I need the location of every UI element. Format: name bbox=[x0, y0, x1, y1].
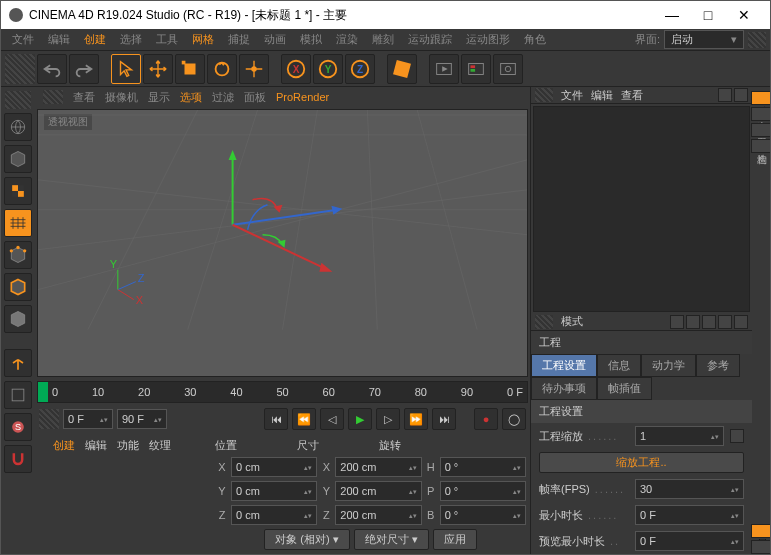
attr-back[interactable] bbox=[670, 315, 684, 329]
attr-mode[interactable]: 模式 bbox=[561, 314, 583, 329]
attr-new[interactable] bbox=[734, 315, 748, 329]
scale-unit[interactable] bbox=[730, 429, 744, 443]
goto-start-button[interactable]: ⏮ bbox=[264, 408, 288, 430]
obj-menu-edit[interactable]: 编辑 bbox=[591, 88, 613, 103]
menu-snap[interactable]: 捕捉 bbox=[221, 32, 257, 47]
tab-ref[interactable]: 参考 bbox=[696, 354, 740, 377]
editable-button[interactable] bbox=[4, 113, 32, 141]
viewport-solo[interactable] bbox=[4, 381, 32, 409]
mintime-field[interactable]: 0 F▴▾ bbox=[635, 505, 744, 525]
play-handle[interactable] bbox=[39, 409, 59, 429]
frame-end-field[interactable]: 90 F▴▾ bbox=[117, 409, 167, 429]
sidetab-takes[interactable]: 坐次 bbox=[751, 107, 771, 121]
record-button[interactable]: ● bbox=[474, 408, 498, 430]
x-axis-lock[interactable]: X bbox=[281, 54, 311, 84]
layout-handle[interactable] bbox=[748, 32, 766, 48]
size-y-field[interactable]: 200 cm▴▾ bbox=[335, 481, 421, 501]
close-button[interactable]: ✕ bbox=[726, 7, 762, 23]
size-z-field[interactable]: 200 cm▴▾ bbox=[335, 505, 421, 525]
render-pv-button[interactable] bbox=[461, 54, 491, 84]
menu-character[interactable]: 角色 bbox=[517, 32, 553, 47]
interface-combo[interactable]: 启动 bbox=[664, 30, 744, 49]
tab-project[interactable]: 工程设置 bbox=[531, 354, 597, 377]
menu-tools[interactable]: 工具 bbox=[149, 32, 185, 47]
vp-display[interactable]: 显示 bbox=[148, 90, 170, 105]
frame-start-field[interactable]: 0 F▴▾ bbox=[63, 409, 113, 429]
obj-icon2[interactable] bbox=[734, 88, 748, 102]
next-key-button[interactable]: ⏩ bbox=[404, 408, 428, 430]
timeline-marker[interactable] bbox=[38, 382, 48, 402]
edge-mode[interactable] bbox=[4, 273, 32, 301]
menu-animate[interactable]: 动画 bbox=[257, 32, 293, 47]
coord-tab-func[interactable]: 功能 bbox=[117, 438, 139, 453]
toolbar-handle[interactable] bbox=[5, 54, 35, 84]
autokey-button[interactable]: ◯ bbox=[502, 408, 526, 430]
attr-fwd[interactable] bbox=[686, 315, 700, 329]
next-frame-button[interactable]: ▷ bbox=[376, 408, 400, 430]
lastused-tool[interactable] bbox=[239, 54, 269, 84]
menu-sculpt[interactable]: 雕刻 bbox=[365, 32, 401, 47]
redo-button[interactable] bbox=[69, 54, 99, 84]
rot-p-field[interactable]: 0 °▴▾ bbox=[440, 481, 526, 501]
viewport[interactable]: 透视视图 Y Z X bbox=[37, 109, 528, 377]
z-axis-lock[interactable]: Z bbox=[345, 54, 375, 84]
coord-tab-create[interactable]: 创建 bbox=[53, 438, 75, 453]
menu-file[interactable]: 文件 bbox=[5, 32, 41, 47]
scale-tool[interactable] bbox=[175, 54, 205, 84]
attr-handle[interactable] bbox=[535, 315, 553, 329]
vp-cameras[interactable]: 摄像机 bbox=[105, 90, 138, 105]
magnet-button[interactable] bbox=[4, 445, 32, 473]
tab-info[interactable]: 信息 bbox=[597, 354, 641, 377]
axis-button[interactable] bbox=[4, 349, 32, 377]
menu-create[interactable]: 创建 bbox=[77, 32, 113, 47]
texture-mode[interactable] bbox=[4, 177, 32, 205]
model-mode[interactable] bbox=[4, 145, 32, 173]
obj-handle[interactable] bbox=[535, 88, 553, 102]
rot-h-field[interactable]: 0 °▴▾ bbox=[440, 457, 526, 477]
render-active-button[interactable] bbox=[429, 54, 459, 84]
menu-mograph[interactable]: 运动图形 bbox=[459, 32, 517, 47]
tab-dynamics[interactable]: 动力学 bbox=[641, 354, 696, 377]
sidetab-attributes[interactable]: 属性 bbox=[751, 524, 771, 538]
attr-up[interactable] bbox=[702, 315, 716, 329]
y-axis-lock[interactable]: Y bbox=[313, 54, 343, 84]
play-button[interactable]: ▶ bbox=[348, 408, 372, 430]
menu-simulate[interactable]: 模拟 bbox=[293, 32, 329, 47]
sidetab-layers[interactable]: 层 bbox=[751, 540, 771, 554]
vp-prorender[interactable]: ProRender bbox=[276, 91, 329, 103]
move-tool[interactable] bbox=[143, 54, 173, 84]
scale-field[interactable]: 1▴▾ bbox=[635, 426, 724, 446]
object-manager[interactable] bbox=[533, 106, 750, 312]
menu-edit[interactable]: 编辑 bbox=[41, 32, 77, 47]
render-settings-button[interactable] bbox=[493, 54, 523, 84]
coord-tab-edit[interactable]: 编辑 bbox=[85, 438, 107, 453]
coord-size-combo[interactable]: 绝对尺寸 ▾ bbox=[354, 529, 429, 550]
vp-options[interactable]: 选项 bbox=[180, 90, 202, 105]
menu-mesh[interactable]: 网格 bbox=[185, 32, 221, 47]
sidetab-structure[interactable]: 构造 bbox=[751, 139, 771, 153]
obj-icon1[interactable] bbox=[718, 88, 732, 102]
point-mode[interactable] bbox=[4, 241, 32, 269]
sidetab-objects[interactable]: 对象 bbox=[751, 91, 771, 105]
coord-tab-tex[interactable]: 纹理 bbox=[149, 438, 171, 453]
undo-button[interactable] bbox=[37, 54, 67, 84]
menu-select[interactable]: 选择 bbox=[113, 32, 149, 47]
coord-mode-combo[interactable]: 对象 (相对) ▾ bbox=[264, 529, 349, 550]
prev-frame-button[interactable]: ◁ bbox=[320, 408, 344, 430]
rot-b-field[interactable]: 0 °▴▾ bbox=[440, 505, 526, 525]
scale-project-button[interactable]: 缩放工程.. bbox=[539, 452, 744, 473]
size-x-field[interactable]: 200 cm▴▾ bbox=[335, 457, 421, 477]
select-tool[interactable] bbox=[111, 54, 141, 84]
maximize-button[interactable]: □ bbox=[690, 7, 726, 23]
tab-interp[interactable]: 帧插值 bbox=[597, 377, 652, 400]
pos-z-field[interactable]: 0 cm▴▾ bbox=[231, 505, 317, 525]
vp-filter[interactable]: 过滤 bbox=[212, 90, 234, 105]
snap-button[interactable]: S bbox=[4, 413, 32, 441]
obj-menu-view[interactable]: 查看 bbox=[621, 88, 643, 103]
pos-y-field[interactable]: 0 cm▴▾ bbox=[231, 481, 317, 501]
left-handle[interactable] bbox=[5, 91, 31, 109]
fps-field[interactable]: 30▴▾ bbox=[635, 479, 744, 499]
vp-handle[interactable] bbox=[43, 90, 63, 104]
coord-apply-button[interactable]: 应用 bbox=[433, 529, 477, 550]
rotate-tool[interactable] bbox=[207, 54, 237, 84]
